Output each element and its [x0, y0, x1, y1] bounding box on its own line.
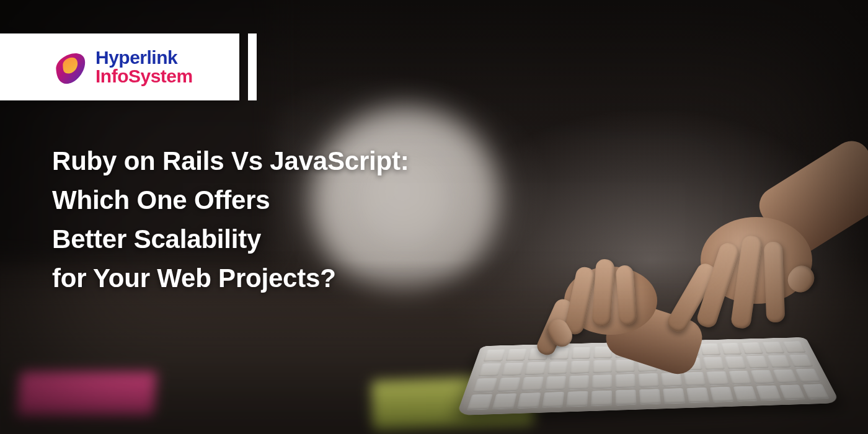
- hero-banner: Hyperlink InfoSystem Ruby on Rails Vs Ja…: [0, 0, 868, 434]
- hand-left: [663, 167, 849, 329]
- headline-line4: for Your Web Projects?: [52, 259, 409, 298]
- hand-right: [521, 229, 682, 353]
- brand-name-line1: Hyperlink: [95, 48, 193, 67]
- brand-name-line2: InfoSystem: [95, 67, 193, 86]
- brand-logo-card: Hyperlink InfoSystem: [0, 33, 239, 100]
- headline-line2: Which One Offers: [52, 180, 409, 219]
- headline-line3: Better Scalability: [52, 219, 409, 259]
- brand-logo-icon: [49, 46, 90, 87]
- sticky-note-pink: [17, 372, 157, 415]
- headline-line1: Ruby on Rails Vs JavaScript:: [52, 141, 409, 180]
- hero-headline: Ruby on Rails Vs JavaScript: Which One O…: [52, 141, 409, 298]
- brand-logo-text: Hyperlink InfoSystem: [95, 48, 193, 86]
- brand-logo-accent-bar: [248, 33, 257, 100]
